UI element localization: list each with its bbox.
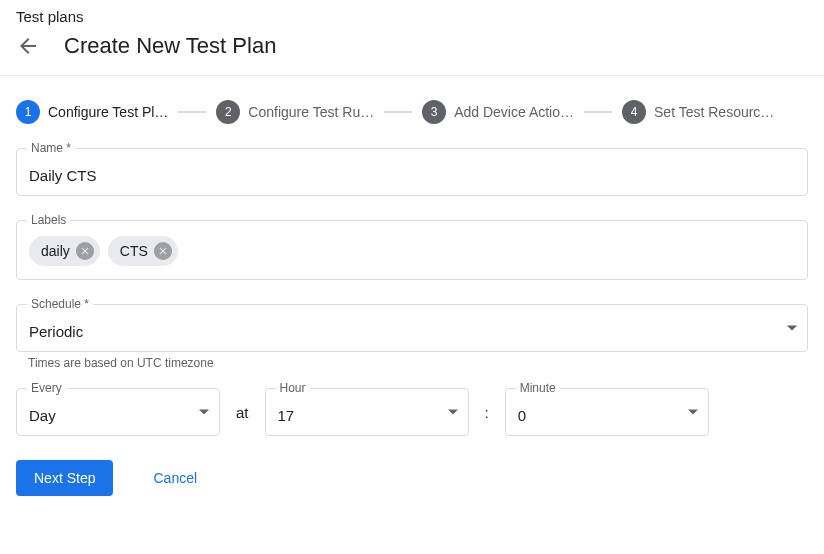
chip-cts: CTS bbox=[108, 236, 178, 266]
chevron-down-icon bbox=[199, 410, 209, 415]
step-connector bbox=[584, 111, 612, 113]
name-label: Name * bbox=[27, 141, 75, 155]
chip-text: CTS bbox=[120, 243, 148, 259]
step-4[interactable]: 4 Set Test Resourc… bbox=[622, 100, 774, 124]
chip-remove-button[interactable] bbox=[76, 242, 94, 260]
form-area: Name * Labels daily CTS Schedule * Peri bbox=[0, 148, 824, 436]
step-4-circle: 4 bbox=[622, 100, 646, 124]
breadcrumb[interactable]: Test plans bbox=[0, 0, 824, 25]
hour-label: Hour bbox=[276, 381, 310, 395]
step-3[interactable]: 3 Add Device Actio… bbox=[422, 100, 574, 124]
step-3-label: Add Device Actio… bbox=[454, 104, 574, 120]
step-3-circle: 3 bbox=[422, 100, 446, 124]
every-select[interactable]: Every Day bbox=[16, 388, 220, 436]
step-2[interactable]: 2 Configure Test Ru… bbox=[216, 100, 374, 124]
hour-select[interactable]: Hour 17 bbox=[265, 388, 469, 436]
minute-select[interactable]: Minute 0 bbox=[505, 388, 709, 436]
step-1[interactable]: 1 Configure Test Pl… bbox=[16, 100, 168, 124]
connector-at: at bbox=[236, 388, 249, 436]
name-input[interactable] bbox=[29, 167, 795, 184]
button-row: Next Step Cancel bbox=[0, 436, 824, 520]
name-outline[interactable]: Name * bbox=[16, 148, 808, 196]
back-button[interactable] bbox=[16, 34, 40, 58]
step-connector bbox=[384, 111, 412, 113]
connector-colon: : bbox=[485, 388, 489, 436]
minute-label: Minute bbox=[516, 381, 560, 395]
labels-field: Labels daily CTS bbox=[16, 220, 808, 280]
labels-label: Labels bbox=[27, 213, 70, 227]
minute-field: Minute 0 bbox=[505, 388, 709, 436]
chip-daily: daily bbox=[29, 236, 100, 266]
schedule-field: Schedule * Periodic Times are based on U… bbox=[16, 304, 808, 370]
schedule-value: Periodic bbox=[29, 323, 771, 340]
next-step-button[interactable]: Next Step bbox=[16, 460, 113, 496]
every-field: Every Day bbox=[16, 388, 220, 436]
header: Create New Test Plan bbox=[0, 25, 824, 75]
every-value: Day bbox=[29, 407, 207, 424]
hour-field: Hour 17 bbox=[265, 388, 469, 436]
close-icon bbox=[157, 245, 169, 257]
schedule-hint: Times are based on UTC timezone bbox=[28, 356, 808, 370]
schedule-label: Schedule * bbox=[27, 297, 93, 311]
schedule-select[interactable]: Schedule * Periodic bbox=[16, 304, 808, 352]
close-icon bbox=[79, 245, 91, 257]
hour-value: 17 bbox=[278, 407, 456, 424]
minute-value: 0 bbox=[518, 407, 696, 424]
chevron-down-icon bbox=[787, 326, 797, 331]
step-1-circle: 1 bbox=[16, 100, 40, 124]
every-label: Every bbox=[27, 381, 66, 395]
chevron-down-icon bbox=[688, 410, 698, 415]
arrow-left-icon bbox=[16, 34, 40, 58]
chevron-down-icon bbox=[448, 410, 458, 415]
step-connector bbox=[178, 111, 206, 113]
step-4-label: Set Test Resourc… bbox=[654, 104, 774, 120]
cancel-button[interactable]: Cancel bbox=[153, 470, 197, 486]
step-2-label: Configure Test Ru… bbox=[248, 104, 374, 120]
labels-outline[interactable]: Labels daily CTS bbox=[16, 220, 808, 280]
name-field: Name * bbox=[16, 148, 808, 196]
step-2-circle: 2 bbox=[216, 100, 240, 124]
chip-remove-button[interactable] bbox=[154, 242, 172, 260]
stepper: 1 Configure Test Pl… 2 Configure Test Ru… bbox=[0, 76, 824, 148]
chip-text: daily bbox=[41, 243, 70, 259]
step-1-label: Configure Test Pl… bbox=[48, 104, 168, 120]
schedule-row: Every Day at Hour 17 : Minute 0 bbox=[16, 388, 808, 436]
page-title: Create New Test Plan bbox=[64, 33, 276, 59]
